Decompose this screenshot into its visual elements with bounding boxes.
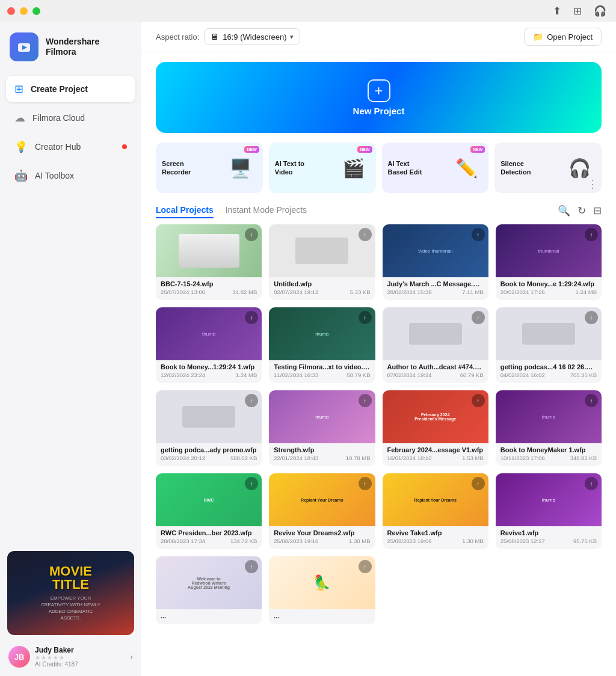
screen-recorder-badge: NEW xyxy=(244,146,259,153)
project-date-2: 02/07/2024 19:12 xyxy=(274,289,318,295)
project-size-6: 58.79 KB xyxy=(346,372,370,378)
tab-instant-mode[interactable]: Instant Mode Projects xyxy=(226,203,307,218)
projects-header: Local Projects Instant Mode Projects 🔍 ↻… xyxy=(141,203,616,224)
chevron-down-icon: ▾ xyxy=(290,33,294,41)
project-card-7[interactable]: ↑ Author to Auth...dcast #474.wfp 07/02/… xyxy=(383,307,488,383)
upload-icon-14[interactable]: ↑ xyxy=(359,477,372,490)
project-card-10[interactable]: thumb ↑ Strength.wfp 22/01/2024 18:43 10… xyxy=(269,390,375,466)
project-date-10: 22/01/2024 18:43 xyxy=(274,455,318,461)
project-card-4[interactable]: thumbnail ↑ Book to Money...e 1:29:24.wf… xyxy=(496,224,602,300)
project-date-6: 11/02/2024 16:33 xyxy=(274,372,318,378)
upload-icon-18[interactable]: ↑ xyxy=(359,560,372,573)
view-toggle-icon[interactable]: ⊟ xyxy=(593,204,602,217)
upload-icon-12[interactable]: ↑ xyxy=(585,394,598,407)
project-card-3[interactable]: Video thumbnail ↑ Judy's March ...C Mess… xyxy=(383,224,488,300)
project-date-13: 28/08/2023 17:34 xyxy=(161,538,205,544)
new-project-banner[interactable]: + New Project xyxy=(156,62,602,133)
feature-card-label-ai-text-edit: AI Text Based Edit xyxy=(388,159,430,177)
upload-icon-16[interactable]: ↑ xyxy=(585,477,598,490)
project-card-11[interactable]: February 2024President's Message ↑ Febru… xyxy=(383,390,488,466)
project-size-3: 7.11 MB xyxy=(462,289,483,295)
project-name-15: Revive Take1.wfp xyxy=(387,529,484,536)
scrollable-area[interactable]: + New Project Screen Recorder 🖥️ NEW AI … xyxy=(141,52,616,676)
upload-icon-6[interactable]: ↑ xyxy=(359,311,372,324)
upload-icon-5[interactable]: ↑ xyxy=(245,311,258,324)
nav-creator-hub[interactable]: 💡 Creator Hub xyxy=(6,134,135,160)
avatar: JB xyxy=(8,646,30,668)
ai-text-video-img: 🎬 xyxy=(337,152,370,184)
upload-icon-13[interactable]: ↑ xyxy=(245,477,258,490)
project-date-4: 20/02/2024 17:26 xyxy=(500,289,545,295)
project-size-5: 1.24 MB xyxy=(236,372,257,378)
project-size-2: 5.33 KB xyxy=(350,289,371,295)
upload-icon-3[interactable]: ↑ xyxy=(472,228,485,241)
upload-icon[interactable]: ⬆ xyxy=(553,5,561,17)
project-card-13[interactable]: RWC ↑ RWC Presiden...ber 2023.wfp 28/08/… xyxy=(156,473,262,549)
projects-tabs: Local Projects Instant Mode Projects xyxy=(156,203,307,218)
project-grid: ↑ BBC-7-15-24.wfp 25/07/2024 13:00 24.82… xyxy=(141,224,616,634)
project-name-18: ... xyxy=(274,612,370,619)
upload-icon-7[interactable]: ↑ xyxy=(472,311,485,324)
project-date-12: 10/11/2023 17:06 xyxy=(500,455,545,461)
project-card-2[interactable]: ↑ Untitled.wfp 02/07/2024 19:12 5.33 KB xyxy=(269,224,375,300)
nav-create-project[interactable]: ⊞ Create Project xyxy=(6,76,135,102)
project-card-14[interactable]: Replant Your Dreams ↑ Revive Your Dreams… xyxy=(269,473,375,549)
feature-card-screen-recorder[interactable]: Screen Recorder 🖥️ NEW xyxy=(156,143,263,193)
project-card-8[interactable]: ↑ getting podcas...4 16 02 26.wfp 04/02/… xyxy=(496,307,602,383)
upload-icon-8[interactable]: ↑ xyxy=(585,311,598,324)
nav-label-create-project: Create Project xyxy=(31,84,88,94)
project-card-9[interactable]: ↑ getting podca...ady promo.wfp 03/02/20… xyxy=(156,390,262,466)
feature-card-label-ai-text-video: AI Text to Video xyxy=(275,159,317,177)
tab-local-projects[interactable]: Local Projects xyxy=(156,203,214,218)
feature-card-ai-text-video[interactable]: AI Text to Video 🎬 NEW xyxy=(269,143,376,193)
creator-hub-icon: 💡 xyxy=(14,140,28,153)
nav-ai-toolbox[interactable]: 🤖 AI Toolbox xyxy=(6,162,135,189)
user-chevron-icon[interactable]: › xyxy=(130,652,133,662)
project-card-5[interactable]: thumb ↑ Book to Money...1:29:24 1.wfp 12… xyxy=(156,307,262,383)
feature-card-label-screen-recorder: Screen Recorder xyxy=(162,159,204,177)
user-info: JB Judy Baker ★★★★★ AI Credits: 4187 › xyxy=(0,640,141,676)
upload-icon-10[interactable]: ↑ xyxy=(359,394,372,407)
creator-hub-dot xyxy=(122,144,127,149)
upload-icon-9[interactable]: ↑ xyxy=(245,394,258,407)
traffic-light-yellow[interactable] xyxy=(20,7,28,15)
promo-banner[interactable]: MOVIE TITLE EMPOWER YOUR CREATIVITY WITH… xyxy=(7,551,134,635)
project-card-17[interactable]: Welcome toRedwood WritersAugust 2023 Mee… xyxy=(156,556,262,624)
aspect-value: 16:9 (Widescreen) xyxy=(223,32,286,41)
project-card-1[interactable]: ↑ BBC-7-15-24.wfp 25/07/2024 13:00 24.82… xyxy=(156,224,262,300)
search-icon[interactable]: 🔍 xyxy=(558,204,570,217)
traffic-light-red[interactable] xyxy=(7,7,15,15)
project-name-2: Untitled.wfp xyxy=(274,280,370,287)
aspect-ratio-label: Aspect ratio: xyxy=(156,32,199,41)
project-name-14: Revive Your Dreams2.wfp xyxy=(274,529,370,536)
refresh-icon[interactable]: ↻ xyxy=(578,204,586,217)
headphone-icon[interactable]: 🎧 xyxy=(594,5,606,17)
aspect-ratio-dropdown[interactable]: 🖥 16:9 (Widescreen) ▾ xyxy=(204,28,300,45)
project-name-8: getting podcas...4 16 02 26.wfp xyxy=(500,363,597,370)
create-project-icon: ⊞ xyxy=(14,82,23,96)
upload-icon-15[interactable]: ↑ xyxy=(472,477,485,490)
feature-cards-row: Screen Recorder 🖥️ NEW AI Text to Video … xyxy=(141,143,616,203)
upload-icon-11[interactable]: ↑ xyxy=(472,394,485,407)
project-card-16[interactable]: thumb ↑ Revive1.wfp 25/08/2023 12:27 95.… xyxy=(496,473,602,549)
traffic-light-green[interactable] xyxy=(32,7,40,15)
nav-filmora-cloud[interactable]: ☁ Filmora Cloud xyxy=(6,105,135,131)
project-name-9: getting podca...ady promo.wfp xyxy=(161,446,257,453)
feature-card-ai-text-edit[interactable]: AI Text Based Edit ✏️ NEW xyxy=(382,143,489,193)
upload-icon-17[interactable]: ↑ xyxy=(245,560,258,573)
promo-main-text: MOVIE xyxy=(49,565,92,578)
project-name-10: Strength.wfp xyxy=(274,446,370,453)
project-card-18[interactable]: 🦜 ↑ ... xyxy=(269,556,375,624)
project-card-12[interactable]: thumb ↑ Book to MoneyMaker 1.wfp 10/11/2… xyxy=(496,390,602,466)
project-card-6[interactable]: thumb ↑ Testing Filmora...xt to video.wf… xyxy=(269,307,375,383)
open-project-btn[interactable]: 📁 Open Project xyxy=(524,28,602,46)
grid-icon[interactable]: ⊞ xyxy=(573,5,582,17)
silence-detection-more[interactable]: ⋮ xyxy=(587,177,598,191)
upload-icon-4[interactable]: ↑ xyxy=(585,228,598,241)
project-name-7: Author to Auth...dcast #474.wfp xyxy=(387,363,484,370)
feature-card-silence-detection[interactable]: Silence Detection 🎧 ⋮ xyxy=(494,143,602,193)
project-card-15[interactable]: Replant Your Dreams ↑ Revive Take1.wfp 2… xyxy=(383,473,488,549)
project-size-12: 348.82 KB xyxy=(570,455,597,461)
upload-icon-2[interactable]: ↑ xyxy=(359,228,372,241)
project-size-15: 1.30 MB xyxy=(462,538,483,544)
